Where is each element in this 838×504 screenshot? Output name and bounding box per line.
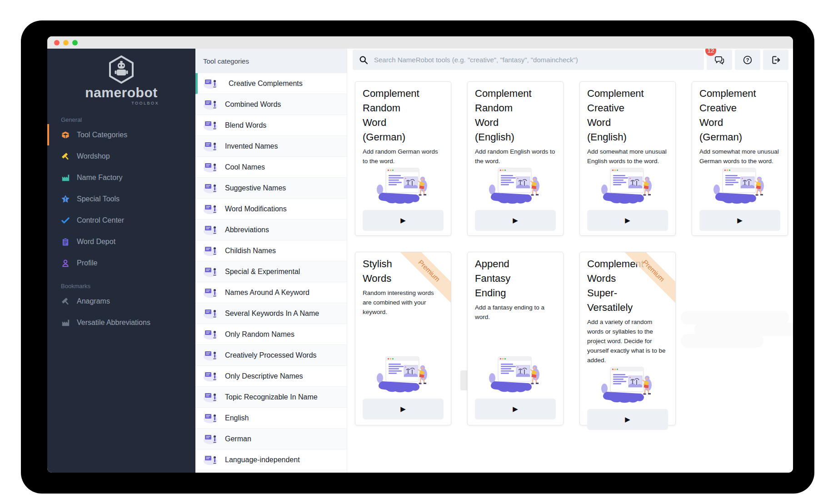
sidebar-item-profile[interactable]: Profile xyxy=(47,252,195,274)
tool-card-title: Complement Words Super- Versatilely xyxy=(587,257,668,315)
tool-card-illustration-icon xyxy=(600,365,655,404)
clipboard-icon xyxy=(61,237,70,246)
brand-sub-label: TOOLBOX xyxy=(131,101,159,105)
sidebar-item-tool-categories[interactable]: Tool Categories xyxy=(47,124,195,145)
sidebar-item-word-depot[interactable]: Word Depot xyxy=(47,231,195,252)
sidebar-item-anagrams[interactable]: Anagrams xyxy=(47,290,195,312)
tool-card-complement-random-word-german: Complement Random Word (German)Add rando… xyxy=(355,81,451,236)
category-illustration-icon xyxy=(202,181,219,195)
main-content: 12 ? xyxy=(347,49,793,473)
search-box[interactable] xyxy=(353,50,704,70)
run-tool-button[interactable]: ▶ xyxy=(363,399,444,419)
category-item-creatively-processed-words[interactable]: Creatively Processed Words xyxy=(195,345,347,366)
category-item-several-keywords-in-a-name[interactable]: Several Keywords In A Name xyxy=(195,303,347,324)
sidebar-item-label: Versatile Abbreviations xyxy=(77,319,150,327)
category-item-label: German xyxy=(225,435,251,443)
tool-card-complement-random-word-english: Complement Random Word (English)Add rand… xyxy=(467,81,564,236)
play-icon: ▶ xyxy=(400,216,406,225)
category-item-language-independent[interactable]: Language-independent xyxy=(195,449,347,470)
tool-categories-header: Tool categories xyxy=(195,49,347,73)
tool-categories-panel: Tool categories Creative ComplementsComb… xyxy=(195,49,347,473)
category-item-label: Childish Names xyxy=(225,247,276,255)
logout-button[interactable] xyxy=(763,50,788,70)
category-item-word-modifications[interactable]: Word Modifications xyxy=(195,199,347,220)
tool-card-title: Stylish Words xyxy=(363,257,444,286)
traffic-light-zoom[interactable] xyxy=(72,40,78,45)
sidebar-item-label: Tool Categories xyxy=(77,131,127,139)
hammer-icon xyxy=(61,297,70,306)
help-button[interactable]: ? xyxy=(735,50,760,70)
tool-categories-list: Creative ComplementsCombined WordsBlend … xyxy=(195,73,347,470)
chat-bubbles-icon xyxy=(714,55,724,65)
category-illustration-icon xyxy=(202,390,219,404)
play-icon: ▶ xyxy=(625,415,630,424)
category-item-cool-names[interactable]: Cool Names xyxy=(195,157,347,178)
sidebar-item-label: Word Depot xyxy=(77,238,115,246)
category-item-topic-recognizable-in-name[interactable]: Topic Recognizable In Name xyxy=(195,387,347,408)
tool-card-description: Add a variety of random words or syllabl… xyxy=(587,317,668,365)
category-illustration-icon xyxy=(202,202,219,215)
run-tool-button[interactable]: ▶ xyxy=(475,210,556,231)
robot-hexagon-logo-icon xyxy=(107,55,136,84)
traffic-light-close[interactable] xyxy=(54,40,60,45)
category-item-english[interactable]: English xyxy=(195,408,347,429)
tool-card-title: Append Fantasy Ending xyxy=(475,257,556,300)
run-tool-button[interactable]: ▶ xyxy=(587,409,668,430)
sidebar-section-label-bookmarks: Bookmarks xyxy=(61,283,195,289)
factory-icon xyxy=(61,173,70,182)
category-item-label: Combined Words xyxy=(225,100,281,109)
category-illustration-icon xyxy=(202,453,219,466)
brand-wordmark: namerobot xyxy=(85,86,158,100)
sidebar-item-label: Profile xyxy=(77,259,97,267)
tool-card-illustration-icon xyxy=(375,354,431,394)
feedback-chat-button[interactable]: 12 xyxy=(707,50,732,70)
sidebar-item-label: Name Factory xyxy=(77,174,122,182)
star-icon xyxy=(61,195,70,204)
category-illustration-icon xyxy=(202,349,219,362)
category-item-german[interactable]: German xyxy=(195,429,347,449)
category-item-names-around-a-keyword[interactable]: Names Around A Keyword xyxy=(195,282,347,303)
traffic-light-minimize[interactable] xyxy=(63,40,69,45)
category-illustration-icon xyxy=(202,77,219,90)
sidebar-item-versatile-abbreviations[interactable]: Versatile Abbreviations xyxy=(47,312,195,333)
category-item-creative-complements[interactable]: Creative Complements xyxy=(195,73,347,94)
run-tool-button[interactable]: ▶ xyxy=(475,399,556,419)
run-tool-button[interactable]: ▶ xyxy=(699,210,780,231)
run-tool-button[interactable]: ▶ xyxy=(587,210,668,231)
category-item-only-random-names[interactable]: Only Random Names xyxy=(195,324,347,345)
category-item-combined-words[interactable]: Combined Words xyxy=(195,94,347,115)
tool-card-illustration-icon xyxy=(488,166,543,205)
box-icon xyxy=(61,130,70,140)
category-item-suggestive-names[interactable]: Suggestive Names xyxy=(195,178,347,199)
category-item-label: Word Modifications xyxy=(225,205,287,213)
category-item-childish-names[interactable]: Childish Names xyxy=(195,240,347,261)
search-input[interactable] xyxy=(373,55,698,64)
sidebar-item-control-center[interactable]: Control Center xyxy=(47,210,195,231)
category-item-label: Suggestive Names xyxy=(225,184,286,192)
category-illustration-icon xyxy=(202,140,219,153)
sidebar-section-label-general: General xyxy=(61,116,195,123)
hammer-icon xyxy=(61,152,70,161)
sidebar-item-wordshop[interactable]: Wordshop xyxy=(47,145,195,167)
category-item-only-descriptive-names[interactable]: Only Descriptive Names xyxy=(195,366,347,387)
tool-card-illustration-icon xyxy=(375,166,431,205)
category-item-special-experimental[interactable]: Special & Experimental xyxy=(195,261,347,282)
sidebar-item-special-tools[interactable]: Special Tools xyxy=(47,188,195,210)
topbar: 12 ? xyxy=(353,50,788,70)
category-item-label: Special & Experimental xyxy=(225,268,300,276)
category-item-abbreviations[interactable]: Abbreviations xyxy=(195,220,347,240)
sidebar-item-name-factory[interactable]: Name Factory xyxy=(47,167,195,188)
play-icon: ▶ xyxy=(513,216,518,225)
window-titlebar xyxy=(47,36,793,49)
category-item-invented-names[interactable]: Invented Names xyxy=(195,136,347,157)
play-icon: ▶ xyxy=(737,216,743,225)
category-item-label: Only Random Names xyxy=(225,330,294,339)
tool-card-illustration-icon xyxy=(488,354,543,394)
run-tool-button[interactable]: ▶ xyxy=(363,210,444,231)
category-item-blend-words[interactable]: Blend Words xyxy=(195,115,347,136)
tool-card-title: Complement Random Word (English) xyxy=(475,86,556,145)
tool-card-stylish-words: Stylish WordsRandom interesting words ar… xyxy=(355,252,451,425)
category-illustration-icon xyxy=(202,432,219,445)
tool-card-illustration-icon xyxy=(712,166,768,205)
category-illustration-icon xyxy=(202,369,219,383)
